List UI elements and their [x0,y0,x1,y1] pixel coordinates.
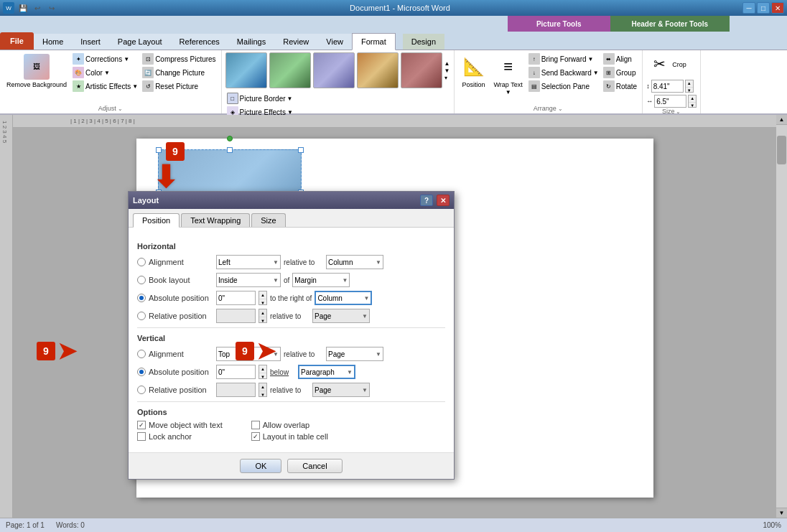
scroll-up-btn[interactable]: ▲ [776,115,787,125]
send-bk-icon: ↓ [528,67,540,78]
cancel-button[interactable]: Cancel [287,459,342,473]
h-rel-input[interactable] [216,309,256,323]
tab-view[interactable]: View [317,34,352,50]
h-abs-radio[interactable] [137,294,146,302]
minimize-button[interactable]: ─ [742,2,755,14]
reset-picture-button[interactable]: ↺ Reset Picture [141,80,217,93]
width-down[interactable]: ▼ [689,103,696,109]
tab-review[interactable]: Review [274,34,317,50]
tab-home[interactable]: Home [34,34,72,50]
compress-pictures-button[interactable]: ⊡ Compress Pictures [141,52,217,65]
selection-pane-button[interactable]: ▤ Selection Pane [527,80,600,93]
style-thumb-4[interactable] [357,52,399,88]
tab-format[interactable]: Format [352,33,396,50]
style-scroll-up[interactable]: ▲ [444,60,450,67]
width-input[interactable] [654,95,686,108]
picture-border-button[interactable]: □ Picture Border ▼ [225,92,294,105]
tab-position[interactable]: Position [133,213,180,228]
move-object-checkbox[interactable] [137,421,146,429]
redo-icon[interactable]: ↪ [46,2,57,14]
book-layout-select[interactable]: Inside ▼ [216,273,281,287]
style-thumb-3[interactable] [313,52,355,88]
group-button[interactable]: ⊞ Group [602,66,638,79]
v-abs-below-select[interactable]: Paragraph ▼ [298,365,355,379]
style-thumb-5[interactable] [401,52,442,88]
height-up[interactable]: ▲ [686,80,693,88]
style-thumb-2[interactable] [269,52,311,88]
v-rel-input[interactable] [216,383,256,397]
bring-forward-button[interactable]: ↑ Bring Forward ▼ [527,52,600,65]
maximize-button[interactable]: □ [757,2,770,14]
color-arrow: ▼ [104,70,110,76]
ok-button[interactable]: OK [240,459,281,473]
change-picture-button[interactable]: 🔄 Change Picture [141,66,217,79]
tab-references[interactable]: References [171,34,228,50]
h-rel-radio[interactable] [137,312,146,320]
v-alignment-radio[interactable] [137,350,146,358]
align-button[interactable]: ⬌ Align [602,52,638,65]
allow-overlap-checkbox[interactable] [251,421,260,429]
handle-tm[interactable] [227,147,233,153]
arrange-expand-icon[interactable]: ⌄ [558,106,563,112]
dialog-close-button[interactable]: ✕ [437,195,450,206]
remove-bg-icon: 🖼 [24,54,50,80]
undo-icon[interactable]: ↩ [32,2,43,14]
adjust-expand-icon[interactable]: ⌄ [118,106,123,112]
artistic-effects-button[interactable]: ★ Artistic Effects ▼ [71,80,139,93]
layout-in-table-checkbox[interactable] [251,432,260,441]
send-backward-button[interactable]: ↓ Send Backward ▼ [527,66,600,79]
width-up[interactable]: ▲ [689,95,696,103]
crop-button[interactable]: ✂ Crop [646,52,689,77]
height-down[interactable]: ▼ [686,88,693,94]
scroll-thumb[interactable] [777,136,786,164]
remove-background-button[interactable]: 🖼 Remove Background [4,52,70,90]
dialog-help-button[interactable]: ? [420,195,433,206]
position-button[interactable]: 📐 Position [458,52,490,90]
book-of-select[interactable]: Margin ▼ [292,273,350,287]
width-spinner[interactable]: ▲ ▼ [688,95,697,108]
lock-anchor-checkbox[interactable] [137,432,146,441]
style-more[interactable]: ▾ [444,75,450,81]
h-abs-rel-select[interactable]: Column ▼ [315,291,372,305]
tab-text-wrapping[interactable]: Text Wrapping [181,213,250,227]
tab-page-layout[interactable]: Page Layout [109,34,171,50]
v-rel-radio[interactable] [137,386,146,394]
v-abs-up[interactable]: ▲ [259,365,266,373]
tab-size[interactable]: Size [251,213,285,227]
height-input[interactable] [651,80,684,93]
corrections-button[interactable]: ✦ Corrections ▼ [71,52,139,65]
h-alignment-select[interactable]: Left ▼ [216,255,281,269]
tab-file[interactable]: File [0,32,34,50]
v-abs-spinner[interactable]: ▲ ▼ [259,365,267,379]
book-layout-radio[interactable] [137,276,146,284]
h-abs-up[interactable]: ▲ [259,291,266,299]
rotate-handle[interactable] [227,136,233,141]
height-spinner[interactable]: ▲ ▼ [685,80,694,93]
h-alignment-radio[interactable] [137,258,146,266]
v-abs-input[interactable]: 0" [216,365,256,379]
size-expand-icon[interactable]: ⌄ [676,108,681,115]
style-scroll-down[interactable]: ▼ [444,67,450,74]
style-thumb-1[interactable] [225,52,267,88]
v-abs-radio[interactable] [137,368,146,376]
h-abs-spinner[interactable]: ▲ ▼ [259,291,267,305]
tab-insert[interactable]: Insert [72,34,109,50]
tab-design[interactable]: Design [403,34,444,50]
tab-mailings[interactable]: Mailings [228,34,274,50]
close-button[interactable]: ✕ [771,2,784,14]
v-abs-below-label[interactable]: below [270,368,295,376]
rotate-button[interactable]: ↻ Rotate [602,80,638,93]
h-alignment-rel-select[interactable]: Column ▼ [326,255,383,269]
v-align-rel-select[interactable]: Page ▼ [326,347,383,361]
h-abs-down[interactable]: ▼ [259,299,266,307]
scroll-down-btn[interactable]: ▼ [776,508,787,518]
window-controls: ─ □ ✕ [742,2,784,14]
handle-tr[interactable] [298,147,304,153]
color-button[interactable]: 🎨 Color ▼ [71,66,139,79]
save-icon[interactable]: 💾 [17,2,29,14]
options-right: Allow overlap Layout in table cell [251,421,328,444]
h-abs-input[interactable]: 0" [216,291,256,305]
vertical-scrollbar[interactable]: ▲ ▼ [776,115,787,518]
wrap-text-button[interactable]: ≡ Wrap Text ▼ [491,52,526,97]
v-abs-down[interactable]: ▼ [259,373,266,381]
